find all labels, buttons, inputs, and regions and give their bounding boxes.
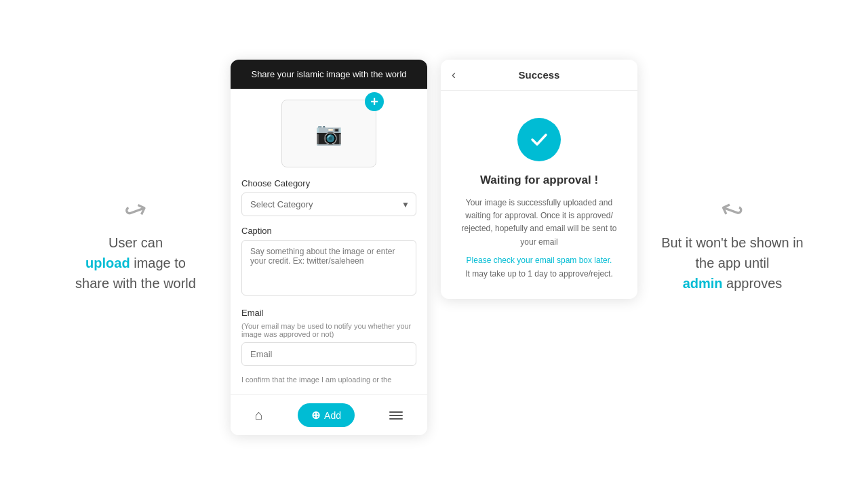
take-time-text: It may take up to 1 day to approve/rejec… (465, 269, 612, 279)
menu-line-2 (389, 415, 403, 416)
upload-highlight: upload (85, 256, 130, 270)
checkmark-svg (527, 127, 551, 152)
waiting-desc: Your image is successfully uploaded and … (457, 197, 621, 249)
spam-link[interactable]: Please check your email spam box later. (467, 256, 612, 265)
success-header: ‹ Success (441, 60, 637, 91)
email-sublabel: (Your email may be used to notify you wh… (241, 322, 416, 338)
email-input[interactable] (241, 342, 416, 366)
add-button[interactable]: ⊕ Add (298, 403, 355, 427)
caption-textarea[interactable] (241, 240, 416, 296)
home-icon[interactable]: ⌂ (255, 407, 263, 423)
camera-icon: 📷 (315, 121, 342, 146)
left-arrow-icon: ↩ (716, 192, 749, 229)
menu-line-1 (389, 411, 403, 413)
add-plus-icon: ⊕ (311, 409, 320, 422)
page-wrapper: ↪ User can upload image toshare with the… (0, 0, 868, 488)
category-select[interactable]: Select Category (241, 192, 416, 216)
success-body: Waiting for approval ! Your image is suc… (441, 91, 637, 299)
menu-icon[interactable] (389, 411, 403, 420)
right-text-2: approves (726, 276, 782, 291)
right-arrow-icon: ↪ (119, 192, 152, 229)
success-phone: ‹ Success Waiting for approval ! Your im… (441, 60, 637, 299)
right-annotation-text: But it won't be shown in the app until a… (651, 232, 814, 293)
right-text-1: But it won't be shown in the app until (661, 235, 804, 270)
select-wrapper: Select Category ▼ (241, 192, 416, 216)
left-annotation: ↪ User can upload image toshare with the… (41, 181, 231, 307)
left-text-1: User can (108, 235, 163, 250)
phones-wrapper: Share your islamic image with the world … (231, 53, 637, 435)
email-label-group: Email (Your email may be used to notify … (241, 308, 416, 338)
upload-header-bar: Share your islamic image with the world (231, 60, 427, 89)
email-label: Email (241, 308, 416, 318)
upload-phone: Share your islamic image with the world … (231, 60, 427, 435)
admin-highlight: admin (683, 276, 723, 291)
upload-body: 📷 + Choose Category Select Category ▼ Ca… (231, 89, 427, 394)
right-annotation: ↩ But it won't be shown in the app until… (637, 181, 827, 307)
confirm-text: I confirm that the image I am uploading … (241, 373, 416, 384)
checkmark-circle (517, 118, 561, 161)
caption-label: Caption (241, 226, 416, 236)
header-bar-text: Share your islamic image with the world (251, 69, 406, 79)
add-button-label: Add (324, 410, 341, 421)
left-annotation-text: User can upload image toshare with the w… (75, 232, 196, 293)
back-arrow-icon[interactable]: ‹ (452, 68, 456, 82)
plus-badge-label: + (370, 95, 378, 108)
image-upload-area[interactable]: 📷 + (281, 100, 376, 167)
plus-badge[interactable]: + (365, 92, 384, 111)
choose-category-label: Choose Category (241, 178, 416, 188)
waiting-title: Waiting for approval ! (480, 174, 598, 187)
menu-line-3 (389, 418, 403, 420)
bottom-nav: ⌂ ⊕ Add (231, 394, 427, 435)
success-title: Success (519, 69, 560, 81)
